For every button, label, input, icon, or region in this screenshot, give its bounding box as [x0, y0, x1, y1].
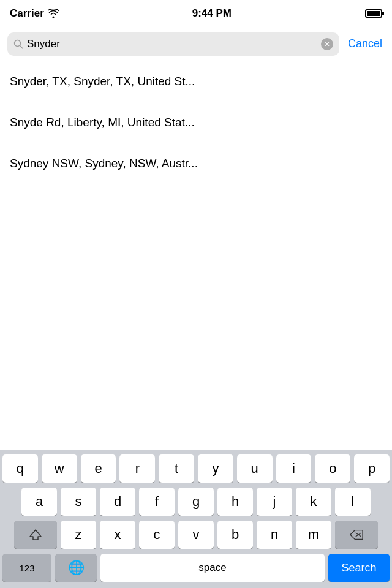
keyboard-row-2: a s d f g h j k l [2, 488, 390, 516]
key-backspace[interactable] [335, 521, 378, 549]
key-v[interactable]: v [178, 521, 214, 549]
result-item[interactable]: Snyde Rd, Liberty, MI, United Stat... [0, 102, 392, 143]
key-f[interactable]: f [139, 488, 175, 516]
result-item[interactable]: Sydney NSW, Sydney, NSW, Austr... [0, 143, 392, 184]
key-j[interactable]: j [257, 488, 292, 516]
key-r[interactable]: r [119, 454, 155, 483]
key-l[interactable]: l [335, 488, 371, 516]
svg-line-1 [20, 45, 23, 48]
backspace-icon [350, 529, 363, 540]
keyboard-row-3: z x c v b n m [2, 521, 390, 549]
wifi-icon [48, 9, 59, 18]
key-h[interactable]: h [217, 488, 253, 516]
key-space[interactable]: space [100, 554, 325, 582]
key-t[interactable]: t [159, 454, 194, 483]
key-g[interactable]: g [178, 488, 214, 516]
battery-icon [365, 9, 382, 18]
key-n[interactable]: n [257, 521, 292, 549]
keyboard-row-1: q w e r t y u i o p [2, 454, 390, 483]
cancel-button[interactable]: Cancel [345, 37, 385, 50]
key-u[interactable]: u [237, 454, 273, 483]
key-p[interactable]: p [354, 454, 390, 483]
key-c[interactable]: c [139, 521, 175, 549]
key-d[interactable]: d [100, 488, 135, 516]
key-numbers[interactable]: 123 [2, 554, 51, 582]
search-bar: ✕ Cancel [0, 27, 392, 61]
key-search[interactable]: Search [328, 554, 390, 582]
result-item[interactable]: Snyder, TX, Snyder, TX, United St... [0, 61, 392, 102]
key-x[interactable]: x [100, 521, 135, 549]
search-input[interactable] [27, 38, 317, 50]
svg-marker-2 [30, 530, 41, 540]
key-b[interactable]: b [217, 521, 253, 549]
key-a[interactable]: a [21, 488, 57, 516]
search-input-wrapper[interactable]: ✕ [7, 32, 339, 56]
keyboard: q w e r t y u i o p a s d f g h j k l z … [0, 450, 392, 588]
time-display: 9:44 PM [192, 7, 232, 20]
key-globe[interactable]: 🌐 [55, 554, 97, 582]
key-shift[interactable] [14, 521, 57, 549]
key-i[interactable]: i [276, 454, 312, 483]
carrier-wifi: Carrier [10, 7, 59, 20]
key-y[interactable]: y [198, 454, 233, 483]
key-w[interactable]: w [42, 454, 77, 483]
key-m[interactable]: m [296, 521, 331, 549]
key-s[interactable]: s [61, 488, 96, 516]
key-o[interactable]: o [315, 454, 350, 483]
results-list: Snyder, TX, Snyder, TX, United St... Sny… [0, 61, 392, 450]
key-q[interactable]: q [2, 454, 38, 483]
key-z[interactable]: z [61, 521, 96, 549]
shift-icon [29, 528, 42, 541]
battery-area [365, 9, 382, 18]
key-k[interactable]: k [296, 488, 331, 516]
search-icon [13, 39, 23, 49]
status-bar: Carrier 9:44 PM [0, 0, 392, 27]
key-e[interactable]: e [81, 454, 116, 483]
keyboard-bottom-row: 123 🌐 space Search [2, 554, 390, 582]
clear-button[interactable]: ✕ [321, 38, 333, 50]
carrier-label: Carrier [10, 7, 44, 20]
